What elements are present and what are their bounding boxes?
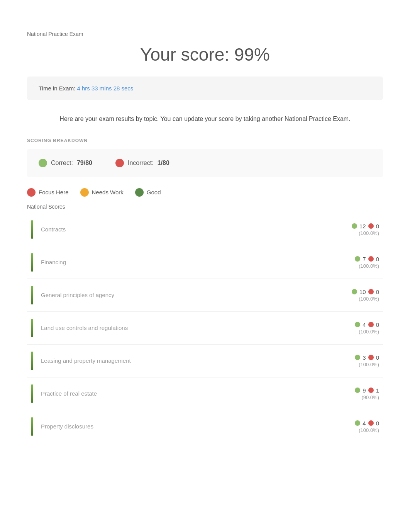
correct-dot — [39, 159, 47, 167]
breadcrumb: National Practice Exam — [27, 31, 383, 37]
incorrect-count: 1 — [376, 387, 379, 394]
incorrect-count: 0 — [376, 256, 379, 262]
focus-here-dot — [27, 188, 36, 197]
incorrect-dot-sm — [368, 223, 374, 229]
table-row: Financing70(100.0%) — [27, 246, 383, 279]
topic-scores: 40(100.0%) — [291, 311, 383, 344]
correct-score-item: Correct: 79/80 — [39, 159, 92, 167]
topic-name: Property disclosures — [37, 410, 291, 443]
topic-bar — [31, 352, 33, 370]
incorrect-dot-sm — [368, 289, 374, 294]
topic-bar — [31, 253, 33, 272]
correct-count: 3 — [363, 354, 366, 361]
topic-percent: (100.0%) — [295, 329, 379, 335]
correct-value: 79/80 — [77, 160, 92, 167]
scoring-section-label: SCORING BREAKDOWN — [27, 138, 383, 143]
topic-scores: 91(90.0%) — [291, 377, 383, 410]
topic-scores: 100(100.0%) — [291, 279, 383, 311]
incorrect-score-item: Incorrect: 1/80 — [115, 159, 169, 167]
topic-bar — [31, 286, 33, 304]
time-box: Time in Exam: 4 hrs 33 mins 28 secs — [27, 76, 383, 100]
incorrect-count: 0 — [376, 354, 379, 361]
correct-count: 7 — [363, 256, 366, 262]
correct-count: 9 — [363, 387, 366, 394]
table-row: Leasing and property management30(100.0%… — [27, 344, 383, 377]
topic-bar — [31, 417, 33, 436]
incorrect-count: 0 — [376, 289, 379, 295]
topic-name: Land use controls and regulations — [37, 311, 291, 344]
needs-work-label: Needs Work — [92, 189, 124, 195]
legend-needs-work: Needs Work — [80, 188, 124, 197]
correct-dot-sm — [355, 322, 360, 327]
topic-percent: (100.0%) — [295, 263, 379, 269]
correct-dot-sm — [352, 289, 357, 294]
correct-count: 10 — [359, 289, 366, 295]
scoring-breakdown-box: Correct: 79/80 Incorrect: 1/80 — [27, 149, 383, 177]
legend-focus-here: Focus Here — [27, 188, 69, 197]
correct-dot-sm — [355, 256, 360, 262]
incorrect-count: 0 — [376, 420, 379, 427]
topic-bar — [31, 319, 33, 337]
topic-percent: (100.0%) — [295, 427, 379, 433]
topic-scores: 120(100.0%) — [291, 213, 383, 246]
topic-percent: (90.0%) — [295, 394, 379, 400]
topic-percent: (100.0%) — [295, 296, 379, 302]
incorrect-dot-sm — [368, 256, 374, 262]
correct-count: 4 — [363, 321, 366, 328]
legend: Focus Here Needs Work Good — [27, 188, 383, 197]
incorrect-label: Incorrect: — [128, 160, 154, 167]
national-scores-label: National Scores — [27, 204, 383, 210]
legend-good: Good — [135, 188, 161, 197]
topic-name: General principles of agency — [37, 279, 291, 311]
topic-scores: 40(100.0%) — [291, 410, 383, 443]
topic-percent: (100.0%) — [295, 230, 379, 236]
results-description: Here are your exam results by topic. You… — [27, 114, 383, 124]
incorrect-dot-sm — [368, 355, 374, 360]
topic-bar — [31, 384, 33, 403]
good-dot — [135, 188, 144, 197]
topic-name: Financing — [37, 246, 291, 279]
table-row: Property disclosures40(100.0%) — [27, 410, 383, 443]
table-row: Practice of real estate91(90.0%) — [27, 377, 383, 410]
topic-scores: 70(100.0%) — [291, 246, 383, 279]
incorrect-dot-sm — [368, 388, 374, 393]
table-row: Contracts120(100.0%) — [27, 213, 383, 246]
topic-bar — [31, 220, 33, 239]
topic-scores: 30(100.0%) — [291, 344, 383, 377]
correct-dot-sm — [355, 420, 360, 426]
time-value: 4 hrs 33 mins 28 secs — [77, 85, 133, 92]
correct-count: 12 — [359, 223, 366, 229]
time-label: Time in Exam: — [39, 85, 75, 92]
incorrect-dot-sm — [368, 322, 374, 327]
topic-name: Practice of real estate — [37, 377, 291, 410]
good-label: Good — [147, 189, 161, 195]
correct-dot-sm — [355, 388, 360, 393]
incorrect-dot-sm — [368, 420, 374, 426]
topic-name: Leasing and property management — [37, 344, 291, 377]
topic-percent: (100.0%) — [295, 362, 379, 367]
topic-name: Contracts — [37, 213, 291, 246]
table-row: General principles of agency100(100.0%) — [27, 279, 383, 311]
table-row: Land use controls and regulations40(100.… — [27, 311, 383, 344]
focus-here-label: Focus Here — [39, 189, 69, 195]
correct-count: 4 — [363, 420, 366, 427]
correct-dot-sm — [355, 355, 360, 360]
incorrect-count: 0 — [376, 223, 379, 229]
score-title: Your score: 99% — [27, 44, 383, 65]
scores-table: Contracts120(100.0%)Financing70(100.0%)G… — [27, 213, 383, 443]
needs-work-dot — [80, 188, 89, 197]
correct-label: Correct: — [51, 160, 73, 167]
incorrect-value: 1/80 — [158, 160, 169, 167]
correct-dot-sm — [352, 223, 357, 229]
incorrect-count: 0 — [376, 321, 379, 328]
incorrect-dot — [115, 159, 124, 167]
